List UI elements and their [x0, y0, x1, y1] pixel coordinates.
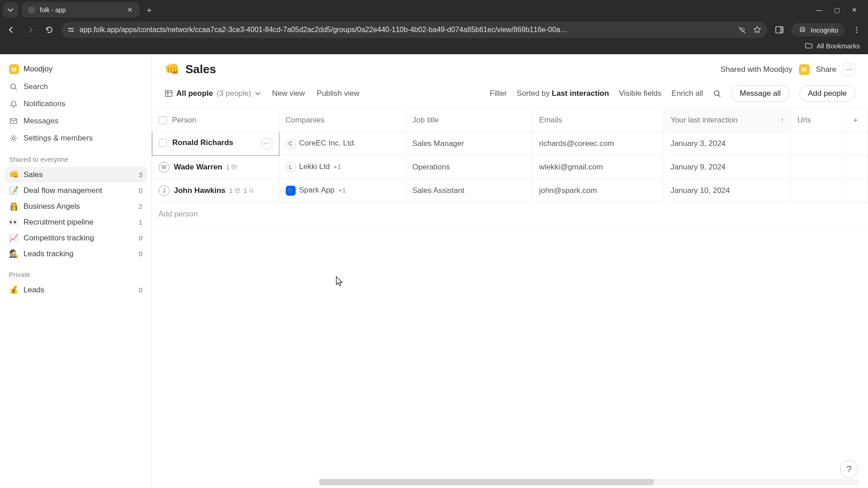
incognito-indicator[interactable]: Incognito: [792, 23, 844, 36]
view-selector[interactable]: All people (3 people): [165, 89, 260, 98]
tab-close-button[interactable]: ✕: [127, 6, 133, 14]
scrollbar-thumb[interactable]: [319, 479, 654, 485]
add-people-button[interactable]: Add people: [799, 85, 855, 102]
cell-last-interaction[interactable]: January 10, 2024: [664, 179, 791, 202]
svg-rect-12: [165, 91, 172, 97]
cell-email[interactable]: john@spark.com: [533, 179, 664, 202]
svg-point-9: [11, 84, 16, 89]
col-person[interactable]: Person: [152, 108, 279, 132]
table-row[interactable]: Ronald Richards⋯CCoreEC Inc. Ltd.Sales M…: [152, 132, 868, 155]
reminder-badge[interactable]: 1: [244, 187, 255, 194]
add-column-button[interactable]: ＋: [845, 108, 868, 132]
svg-point-11: [12, 137, 14, 139]
sidebar-group-item[interactable]: 📈Competitors tracking0: [5, 230, 147, 246]
site-settings-icon[interactable]: [67, 26, 75, 34]
cell-last-interaction[interactable]: January 9, 2024: [664, 155, 791, 179]
horizontal-scrollbar[interactable]: [319, 479, 859, 485]
select-all-checkbox[interactable]: [159, 116, 167, 124]
shared-with-label[interactable]: Shared with Moodjoy: [721, 65, 793, 74]
sidebar-group-item[interactable]: 💰Leads0: [5, 282, 147, 298]
page-more-button[interactable]: ⋯: [843, 63, 855, 76]
publish-view-button[interactable]: Publish view: [317, 89, 360, 98]
cell-email[interactable]: richards@coreec.com: [533, 132, 664, 155]
visible-fields-button[interactable]: Visible fields: [619, 89, 661, 98]
company-more[interactable]: +1: [334, 163, 341, 170]
bookmark-star-icon[interactable]: [753, 25, 762, 34]
cell-email[interactable]: wlekki@gmail.com: [533, 155, 664, 179]
sort-asc-icon: ↑: [780, 116, 784, 125]
table-row[interactable]: WWade Warren1 LLekki Ltd+1Operationswlek…: [152, 155, 868, 179]
add-person-label[interactable]: Add person: [152, 202, 868, 226]
svg-point-2: [69, 28, 71, 30]
sidebar-notifications[interactable]: Notifications: [5, 96, 147, 112]
notes-badge[interactable]: 1: [226, 164, 237, 171]
cell-company[interactable]: CCoreEC Inc. Ltd.: [279, 132, 406, 155]
incognito-icon: [798, 25, 807, 34]
cell-urls[interactable]: [791, 179, 845, 202]
sort-button[interactable]: Sorted by Last interaction: [517, 89, 609, 98]
browser-menu-button[interactable]: [850, 23, 863, 37]
col-urls[interactable]: Urls: [791, 108, 845, 132]
address-bar[interactable]: app.folk.app/apps/contacts/network/ccaa7…: [61, 22, 767, 38]
cell-person[interactable]: Ronald Richards⋯: [152, 132, 279, 155]
cell-person[interactable]: WWade Warren1: [152, 155, 279, 179]
table-row[interactable]: JJohn Hawkins1 1 🔵Spark App+1Sales Assis…: [152, 179, 868, 202]
share-button[interactable]: Share: [816, 65, 836, 74]
help-button[interactable]: ?: [840, 460, 858, 478]
add-person-row[interactable]: Add person: [152, 202, 868, 226]
enrich-all-button[interactable]: Enrich all: [671, 89, 703, 98]
sidebar-group-item[interactable]: 📝Deal flow management0: [5, 183, 147, 198]
all-bookmarks-button[interactable]: All Bookmarks: [805, 42, 860, 50]
window-maximize-button[interactable]: ▢: [834, 6, 840, 14]
nav-reload-button[interactable]: [42, 23, 56, 37]
cell-job[interactable]: Sales Assistant: [406, 179, 533, 202]
svg-point-13: [714, 91, 719, 96]
row-checkbox[interactable]: [159, 139, 167, 147]
cell-last-interaction[interactable]: January 3, 2024: [664, 132, 791, 155]
cell-company[interactable]: 🔵Spark App+1: [279, 179, 406, 202]
message-all-button[interactable]: Message all: [731, 85, 789, 102]
row-more-button[interactable]: ⋯: [261, 138, 273, 150]
group-count: 0: [139, 286, 142, 294]
col-companies[interactable]: Companies: [279, 108, 406, 132]
window-minimize-button[interactable]: —: [816, 6, 822, 14]
col-emails[interactable]: Emails: [533, 108, 664, 132]
sidebar-group-item[interactable]: 🕵️Leads tracking0: [5, 246, 147, 262]
sidebar-messages[interactable]: Messages: [5, 113, 147, 129]
cell-urls[interactable]: [791, 132, 845, 155]
side-panel-button[interactable]: [773, 23, 786, 37]
cell-company[interactable]: LLekki Ltd+1: [279, 155, 406, 179]
sidebar-group-item[interactable]: 👊Sales3: [5, 167, 147, 183]
group-emoji: 👀: [9, 217, 18, 227]
notes-badge[interactable]: 1: [229, 187, 240, 194]
cell-job[interactable]: Sales Manager: [406, 132, 533, 155]
sidebar-group-item[interactable]: 👀Recruitment pipeline1: [5, 214, 147, 230]
filter-button[interactable]: Filter: [490, 89, 507, 98]
cell-urls[interactable]: [791, 155, 845, 179]
browser-tab[interactable]: folk - app ✕: [22, 2, 139, 18]
toolbar-search-button[interactable]: [713, 89, 721, 98]
company-more[interactable]: +1: [338, 186, 346, 194]
person-name: John Hawkins: [174, 186, 226, 195]
window-close-button[interactable]: ✕: [852, 6, 857, 14]
group-emoji: 👊: [9, 170, 18, 179]
group-emoji: 👸: [9, 202, 18, 211]
cell-job[interactable]: Operations: [406, 155, 533, 179]
col-last-interaction[interactable]: Your last interaction↑: [664, 108, 791, 132]
search-icon: [713, 89, 721, 98]
cell-person[interactable]: JJohn Hawkins1 1: [152, 179, 279, 202]
eye-off-icon[interactable]: [737, 25, 746, 34]
workspace-switcher[interactable]: M Moodjoy: [5, 61, 147, 78]
nav-forward-button[interactable]: [24, 23, 37, 37]
group-name: Leads tracking: [24, 249, 74, 258]
col-job-title[interactable]: Job title: [406, 108, 533, 132]
nav-back-button[interactable]: [5, 23, 18, 37]
group-emoji: 📝: [9, 186, 18, 195]
new-tab-button[interactable]: ＋: [143, 4, 156, 16]
sidebar-settings[interactable]: Settings & members: [5, 130, 147, 146]
tab-search-button[interactable]: [3, 2, 18, 18]
sidebar-group-item[interactable]: 👸Business Angels2: [5, 198, 147, 214]
page-emoji: 👊: [165, 62, 179, 76]
sidebar-search[interactable]: Search: [5, 79, 147, 95]
new-view-button[interactable]: New view: [272, 89, 305, 98]
